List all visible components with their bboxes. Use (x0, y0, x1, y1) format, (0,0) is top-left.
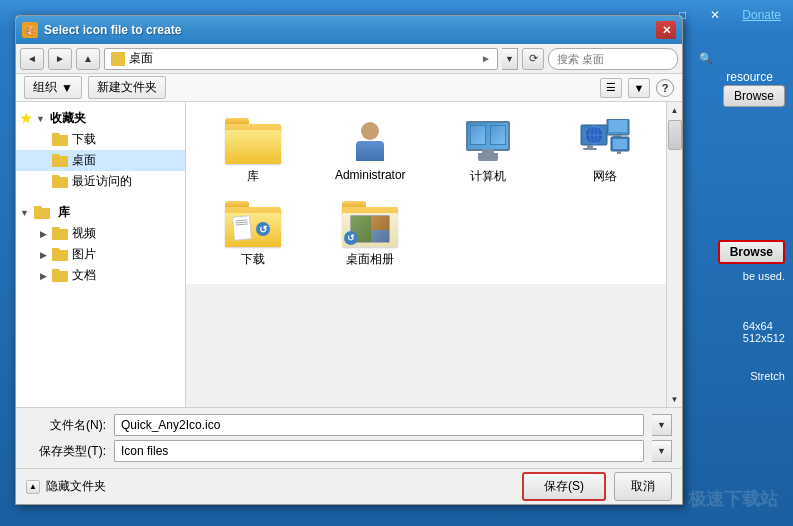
folder-icon (52, 154, 68, 167)
path-folder-icon (111, 52, 125, 66)
hide-folders-arrow-icon: ▲ (26, 480, 40, 494)
favorites-chevron-icon: ▼ (36, 114, 46, 124)
file-label: 桌面相册 (346, 251, 394, 268)
filetype-input[interactable] (114, 440, 644, 462)
path-text: 桌面 (129, 50, 477, 67)
library-label: 库 (58, 204, 70, 221)
expand-icon (38, 135, 48, 145)
folder-icon-downloads: ↺ (225, 201, 281, 247)
size-512-label: 512x512 (743, 332, 785, 344)
navigation-toolbar: ◄ ► ▲ 桌面 ► ▼ ⟳ 🔍 (16, 44, 682, 74)
svg-rect-13 (613, 139, 627, 149)
resource-label: resource (726, 70, 773, 84)
scroll-down-button[interactable]: ▼ (667, 391, 683, 407)
library-chevron-icon: ▼ (20, 208, 30, 218)
title-bar: 🎨 Select icon file to create ✕ (16, 16, 682, 44)
expand-icon: ▶ (38, 250, 48, 260)
file-label: 网络 (593, 168, 617, 185)
sidebar-item-video[interactable]: ▶ 视频 (16, 223, 185, 244)
file-item-library[interactable]: 库 (196, 112, 310, 191)
person-icon-administrator (342, 118, 398, 164)
path-dropdown-button[interactable]: ▼ (502, 48, 518, 70)
cancel-button[interactable]: 取消 (614, 472, 672, 501)
scroll-up-button[interactable]: ▲ (667, 102, 683, 118)
footer-buttons: 保存(S) 取消 (522, 472, 672, 501)
new-folder-button[interactable]: 新建文件夹 (88, 76, 166, 99)
star-icon: ★ (20, 111, 32, 126)
file-item-photo-album[interactable]: ↺ 桌面相册 (314, 195, 428, 274)
organize-label: 组织 (33, 79, 57, 96)
filetype-dropdown-button[interactable]: ▼ (652, 440, 672, 462)
sidebar-item-docs[interactable]: ▶ 文档 (16, 265, 185, 286)
sidebar-item-recent[interactable]: 最近访问的 (16, 171, 185, 192)
svg-rect-1 (609, 120, 627, 132)
favorites-label: 收藏夹 (50, 110, 86, 127)
search-icon[interactable]: 🔍 (699, 52, 713, 65)
vertical-scrollbar[interactable]: ▲ ▼ (666, 102, 682, 407)
hide-folders-button[interactable]: ▲ 隐藏文件夹 (26, 478, 106, 495)
monitor-base (478, 153, 498, 161)
sidebar-item-downloads[interactable]: 下载 (16, 129, 185, 150)
sidebar-item-desktop[interactable]: 桌面 (16, 150, 185, 171)
person-body (356, 141, 384, 161)
path-arrow: ► (481, 53, 491, 64)
folder-icon (52, 133, 68, 146)
new-folder-label: 新建文件夹 (97, 79, 157, 96)
dialog-window: 🎨 Select icon file to create ✕ ◄ ► ▲ 桌面 … (15, 15, 683, 505)
up-button[interactable]: ▲ (76, 48, 100, 70)
view-button[interactable]: ☰ (600, 78, 622, 98)
pictures-label: 图片 (72, 246, 181, 263)
close-bg-button[interactable]: ✕ (704, 6, 726, 24)
monitor-screen (466, 121, 510, 151)
view-dropdown-button[interactable]: ▼ (628, 78, 650, 98)
dialog-icon: 🎨 (22, 22, 38, 38)
sidebar-item-pictures[interactable]: ▶ 图片 (16, 244, 185, 265)
size-64-label: 64x64 (743, 320, 785, 332)
search-input[interactable] (557, 53, 695, 65)
library-header[interactable]: ▼ 库 (16, 200, 185, 223)
file-item-network[interactable]: 网络 (549, 112, 663, 191)
filename-dropdown-button[interactable]: ▼ (652, 414, 672, 436)
folder-icon-library (225, 118, 281, 164)
dialog-close-button[interactable]: ✕ (656, 21, 676, 39)
save-button[interactable]: 保存(S) (522, 472, 606, 501)
browse-red-button[interactable]: Browse (718, 240, 785, 264)
filetype-row: 保存类型(T): ▼ (26, 440, 672, 462)
filename-input[interactable] (114, 414, 644, 436)
recent-label: 最近访问的 (72, 173, 181, 190)
docs-label: 文档 (72, 267, 181, 284)
expand-icon (38, 177, 48, 187)
filename-label: 文件名(N): (26, 417, 106, 434)
organize-button[interactable]: 组织 ▼ (24, 76, 82, 99)
be-used-text: be used. (743, 270, 785, 282)
refresh-button[interactable]: ⟳ (522, 48, 544, 70)
person-head (361, 122, 379, 140)
footer-bar: ▲ 隐藏文件夹 保存(S) 取消 (16, 468, 682, 504)
desktop-label: 桌面 (72, 152, 181, 169)
filename-row: 文件名(N): ▼ (26, 414, 672, 436)
file-label: 库 (247, 168, 259, 185)
file-item-downloads[interactable]: ↺ 下载 (196, 195, 310, 274)
donate-button[interactable]: Donate (738, 6, 785, 24)
monitor (463, 121, 513, 161)
action-toolbar: 组织 ▼ 新建文件夹 ☰ ▼ ? (16, 74, 682, 102)
file-item-administrator[interactable]: Administrator (314, 112, 428, 191)
hide-folders-label: 隐藏文件夹 (46, 478, 106, 495)
favorites-header[interactable]: ★ ▼ 收藏夹 (16, 106, 185, 129)
dialog-title: Select icon file to create (44, 23, 650, 37)
size-options: 64x64 512x512 (743, 320, 785, 344)
navigation-tree: ★ ▼ 收藏夹 下载 桌面 最近访问的 ▼ (16, 102, 186, 407)
forward-button[interactable]: ► (48, 48, 72, 70)
browse-bg-button[interactable]: Browse (723, 85, 785, 107)
back-button[interactable]: ◄ (20, 48, 44, 70)
file-label: 计算机 (470, 168, 506, 185)
help-button[interactable]: ? (656, 79, 674, 97)
svg-rect-14 (617, 151, 621, 154)
file-item-computer[interactable]: 计算机 (431, 112, 545, 191)
expand-icon: ▶ (38, 229, 48, 239)
folder-icon (52, 227, 68, 240)
scroll-thumb[interactable] (668, 120, 682, 150)
svg-rect-11 (583, 148, 597, 150)
folder-icon (52, 269, 68, 282)
expand-icon: ▶ (38, 271, 48, 281)
